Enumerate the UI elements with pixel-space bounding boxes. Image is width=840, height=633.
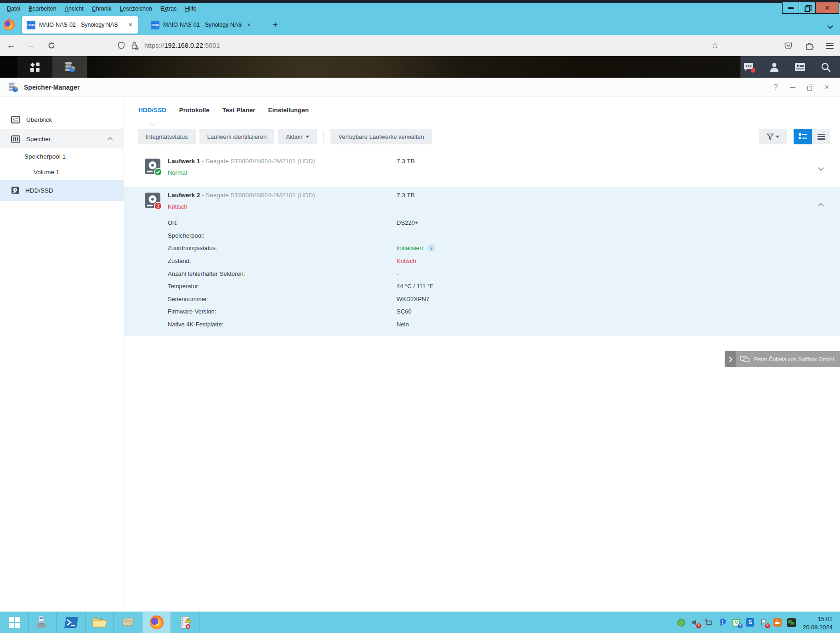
app-menu-icon[interactable] [826, 43, 834, 49]
shield-icon[interactable] [117, 41, 125, 50]
detail-label: Firmware-Version: [168, 308, 397, 315]
tab-close-icon[interactable]: × [246, 21, 252, 29]
browser-tab-inactive[interactable]: DSM MAIO-NAS-01 - Synology NAS × [146, 16, 256, 34]
storage-manager-window: Speicher-Manager ? × Überblick [0, 78, 840, 611]
sidebar-item-ueberblick[interactable]: Überblick [0, 110, 124, 129]
dsm-main-menu-button[interactable] [17, 56, 52, 78]
sidebar-item-volume-1[interactable]: Volume 1 [0, 164, 124, 180]
sidebar-item-hdd-ssd[interactable]: HDD/SSD [0, 180, 124, 201]
url-text: https://192.168.0.22:5001 [144, 42, 220, 49]
filter-button[interactable] [759, 129, 787, 144]
search-button[interactable] [820, 61, 832, 73]
list-all-tabs-button[interactable] [828, 22, 834, 27]
browser-tab-active[interactable]: DSM MAIO-NAS-02 - Synology NAS × [22, 16, 138, 34]
menu-datei[interactable]: Datei [3, 4, 24, 13]
drive-row-laufwerk-2[interactable]: Laufwerk 2 - Seagate ST8000VN004-2M2101 … [124, 187, 840, 336]
manage-available-drives-button[interactable]: Verfügbare Laufwerke verwalten [330, 129, 431, 144]
pocket-icon[interactable] [784, 41, 793, 50]
sidebar-item-label: Speicher [26, 136, 51, 143]
notifications-button[interactable] [743, 61, 755, 73]
window-titlebar[interactable]: Speicher-Manager ? × [0, 78, 840, 97]
action-center-flag-icon[interactable]: ✕ [760, 618, 768, 627]
firefox-logo-icon[interactable] [4, 19, 15, 30]
detail-value: - [397, 232, 398, 239]
back-button[interactable]: ← [4, 35, 18, 56]
helper-balloon-icon[interactable] [718, 618, 727, 627]
action-dropdown-button[interactable]: Aktion [278, 129, 317, 144]
start-button[interactable] [0, 612, 28, 633]
file-explorer-button[interactable] [85, 612, 114, 633]
sophos-icon[interactable]: S [746, 618, 755, 627]
close-button[interactable]: ✕ [815, 2, 839, 14]
tab-protokolle[interactable]: Protokolle [179, 105, 210, 115]
sidebar-item-label: HDD/SSD [25, 187, 53, 194]
menu-lesezeichen[interactable]: Lesezeichen [116, 4, 156, 13]
window-restore-button[interactable] [807, 85, 813, 90]
view-toggle [794, 129, 830, 144]
sidebar-item-speicherpool-1[interactable]: Speicherpool 1 [0, 148, 124, 164]
java-update-icon[interactable] [773, 618, 782, 627]
clock-date: 20.09.2024 [803, 623, 833, 632]
minimize-button[interactable] [782, 2, 799, 14]
lock-warning-icon[interactable] [131, 41, 139, 50]
widgets-button[interactable] [794, 61, 806, 73]
network-pc-icon[interactable] [704, 618, 713, 627]
overlay-body[interactable]: Petar Čubela von Softbox GmbH [736, 351, 840, 367]
reload-button[interactable] [44, 35, 59, 56]
volume-muted-icon[interactable]: ✕ [691, 618, 699, 627]
expand-chevron-icon[interactable] [819, 166, 823, 171]
drive-status: Normal [168, 169, 187, 176]
tab-hdd-ssd[interactable]: HDD/SSD [138, 105, 166, 115]
detail-value: WKD2XPN7 [397, 296, 430, 302]
identify-drive-button[interactable]: Laufwerk identifizieren [199, 129, 274, 144]
forward-button[interactable]: → [24, 35, 39, 56]
integrity-status-button[interactable]: Integritätsstatus [138, 129, 196, 144]
softbox-tray-icon[interactable] [677, 618, 686, 627]
url-port: :5001 [203, 42, 220, 49]
restore-button[interactable] [799, 2, 816, 14]
detail-row-sektoren: Anzahl fehlerhafter Sektoren: - [168, 267, 840, 280]
bookmark-star-button[interactable]: ☆ [708, 35, 722, 56]
content-tabs: HDD/SSD Protokolle Test Planer Einstellu… [124, 97, 840, 123]
drive-row-laufwerk-1[interactable]: Laufwerk 1 - Seagate ST8000VN004-2M2101 … [124, 151, 840, 187]
taskbar-clock[interactable]: 15:01 20.09.2024 [801, 613, 837, 632]
detail-value: Kritisch [397, 257, 416, 264]
window-close-button[interactable]: × [825, 84, 829, 91]
log-notebook-button[interactable] [171, 612, 199, 633]
tab-einstellungen[interactable]: Einstellungen [268, 105, 309, 115]
restore-icon [805, 5, 810, 11]
storage-manager-task-button[interactable] [52, 56, 87, 78]
menu-hilfe[interactable]: Hilfe [181, 4, 200, 13]
sidebar-item-speicher[interactable]: Speicher [0, 129, 124, 148]
drive-model: - Seagate ST8000VN004-2M2101 (HDD) [202, 158, 315, 165]
drive-size: 7.3 TB [397, 158, 415, 165]
scanner-button[interactable] [114, 612, 142, 633]
help-button[interactable]: ? [774, 83, 778, 91]
url-bar[interactable]: https://192.168.0.22:5001 [117, 39, 220, 52]
collapse-chevron-icon[interactable] [108, 137, 113, 142]
url-host: 192.168.0.22 [165, 42, 204, 49]
tab-test-planer[interactable]: Test Planer [222, 105, 255, 115]
simple-list-view-button[interactable] [812, 129, 830, 144]
info-icon[interactable]: i [427, 244, 435, 252]
v-app-icon[interactable]: V ? [732, 618, 741, 627]
user-menu-button[interactable] [768, 61, 780, 73]
collapse-chevron-icon[interactable] [819, 202, 823, 206]
extensions-puzzle-icon[interactable] [805, 41, 814, 50]
powershell-button[interactable] [57, 612, 85, 633]
window-minimize-button[interactable] [790, 87, 795, 88]
menu-bearbeiten[interactable]: Bearbeiten [24, 4, 60, 13]
new-tab-button[interactable]: + [269, 19, 281, 31]
overlay-expand-button[interactable] [725, 351, 736, 367]
menu-chronik[interactable]: Chronik [88, 4, 116, 13]
menu-extras[interactable]: Extras [156, 4, 181, 13]
detail-view-button[interactable] [794, 129, 812, 144]
tab-close-icon[interactable]: × [128, 21, 133, 29]
computer-management-button[interactable] [28, 612, 57, 633]
menu-ansicht[interactable]: Ansicht [61, 4, 88, 13]
chevron-down-icon [827, 23, 833, 29]
list-icon [817, 134, 825, 140]
teamviewer-tray-icon[interactable] [787, 618, 796, 627]
windows-logo-icon [9, 617, 20, 628]
firefox-taskbar-button[interactable] [142, 612, 171, 633]
